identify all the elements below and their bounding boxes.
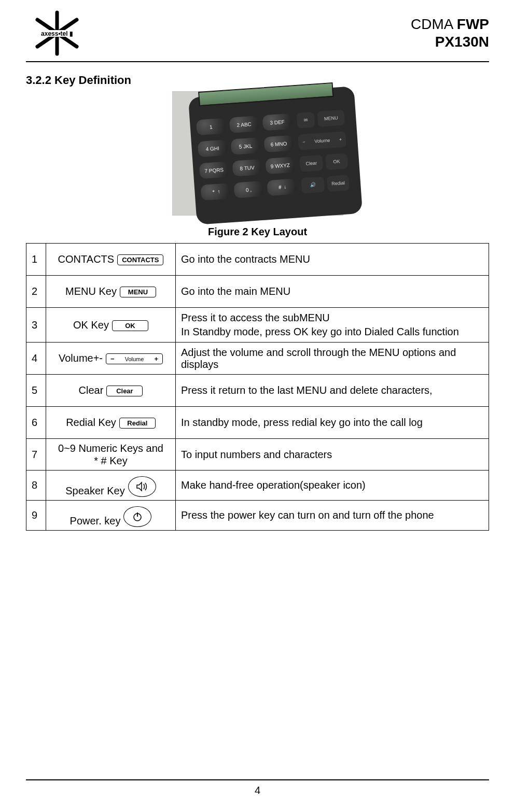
key-cell: 0~9 Numeric Keys and * # Key [46,439,176,471]
power-icon [123,506,151,527]
title-prefix: CDMA [411,16,457,32]
key-description: To input numbers and characters [176,439,489,471]
key-description: Press it return to the last MENU and del… [176,375,489,407]
menu-key-icon: MENU [120,287,156,297]
key-description: In standby mode, press redial key go int… [176,407,489,439]
key-description: Press it to access the subMENU In Standb… [176,308,489,343]
key-label: Redial Key [66,417,116,429]
clear-key: Clear [299,155,323,172]
table-row: 7 0~9 Numeric Keys and * # Key To input … [26,439,489,471]
vol-minus: − [302,139,305,145]
table-row: 1 CONTACTS CONTACTS Go into the contract… [26,244,489,276]
keypad-key: 3 DEF [262,113,292,131]
key-cell: CONTACTS CONTACTS [46,244,176,276]
keypad-key: 4 GHI [197,140,227,158]
page-content: axess•tel ▮ CDMA FWP PX130N 3.2.2 Key De… [0,0,515,531]
row-number: 7 [26,439,46,471]
key-label: Clear [79,384,104,396]
row-number: 1 [26,244,46,276]
keypad-photo: 1 2 ABC 3 DEF 4 GHI 5 JKL 6 MNO 7 PQRS 8… [172,91,343,216]
volume-rocker: − Volume + [298,131,346,150]
keypad-key: ＃ ↓ [267,178,297,196]
key-label: MENU Key [65,286,117,297]
keypad-key: ＊ ↑ [200,183,230,201]
key-label: Speaker Key [65,485,125,497]
mail-icon: ✉ [296,112,315,129]
figure-caption: Figure 2 Key Layout [26,226,489,238]
page-number: 4 [255,785,260,796]
table-row: 3 OK Key OK Press it to access the subME… [26,308,489,343]
desc-line: In Standby mode, press OK key go into Di… [181,325,483,339]
row-number: 2 [26,276,46,308]
keypad-key: 5 JKL [230,137,260,155]
key-label: CONTACTS [58,253,115,265]
table-row: 2 MENU Key MENU Go into the main MENU [26,276,489,308]
key-description: Go into the main MENU [176,276,489,308]
keypad-key: 0 , [233,181,263,198]
plus-icon: + [154,355,158,363]
title-bold: FWP [457,16,489,32]
speaker-icon [128,476,156,497]
row-number: 6 [26,407,46,439]
ok-key: OK [325,153,348,170]
key-cell: Speaker Key [46,471,176,501]
row-number: 4 [26,343,46,375]
table-row: 5 Clear Clear Press it return to the las… [26,375,489,407]
keypad-key: 9 WXYZ [265,156,295,174]
redial-key-icon: Redial [119,418,156,429]
keypad-key: 8 TUV [232,159,262,177]
clear-key-icon: Clear [106,386,143,396]
volume-key-icon: − Volume + [106,353,163,364]
key-definition-table: 1 CONTACTS CONTACTS Go into the contract… [26,243,489,531]
keypad-key: 1 [196,118,226,136]
key-cell: Volume+- − Volume + [46,343,176,375]
vol-plus: + [339,137,342,142]
contacts-key-icon: CONTACTS [117,254,163,265]
key-description: Adjust the volume and scroll through the… [176,343,489,375]
ok-key-icon: OK [112,320,148,331]
table-row: 6 Redial Key Redial In standby mode, pre… [26,407,489,439]
row-number: 3 [26,308,46,343]
keypad-key: 6 MNO [263,135,294,153]
key-cell: Power. key [46,501,176,531]
page-footer: 4 [26,779,489,796]
asterisk-logo-icon: axess•tel ▮ [26,9,88,57]
key-label-line2: * # Key [51,454,170,467]
keypad-key: 2 ABC [229,116,259,133]
key-label: OK Key [73,319,109,331]
model-number: PX130N [411,33,489,51]
table-row: 4 Volume+- − Volume + Adjust the volume … [26,343,489,375]
table-row: 8 Speaker Key Make hand-free oper [26,471,489,501]
row-number: 9 [26,501,46,531]
brand-text: axess•tel ▮ [41,30,73,37]
section-heading: 3.2.2 Key Definition [26,74,489,87]
key-description: Go into the contracts MENU [176,244,489,276]
brand-logo: axess•tel ▮ [26,9,88,57]
menu-key: MENU [317,110,345,127]
key-label-line1: 0~9 Numeric Keys and [51,442,170,454]
key-cell: Redial Key Redial [46,407,176,439]
volume-text: Volume [125,356,144,362]
desc-line: Press it to access the subMENU [181,311,483,325]
page-header: axess•tel ▮ CDMA FWP PX130N [26,0,489,62]
key-label: Volume+- [59,352,103,364]
document-title: CDMA FWP PX130N [411,16,489,50]
row-number: 8 [26,471,46,501]
row-number: 5 [26,375,46,407]
key-label: Power. key [70,515,121,527]
figure: 1 2 ABC 3 DEF 4 GHI 5 JKL 6 MNO 7 PQRS 8… [26,91,489,238]
minus-icon: − [110,355,115,363]
key-cell: Clear Clear [46,375,176,407]
vol-label: Volume [314,138,330,144]
keypad-key: 7 PQRS [199,161,229,179]
speaker-key: 🔊 [301,177,325,194]
key-description: Make hand-free operation(speaker icon) [176,471,489,501]
key-cell: MENU Key MENU [46,276,176,308]
key-cell: OK Key OK [46,308,176,343]
redial-key: Redial [327,175,350,192]
key-description: Press the power key can turn on and turn… [176,501,489,531]
table-row: 9 Power. key Press the power key can tur… [26,501,489,531]
